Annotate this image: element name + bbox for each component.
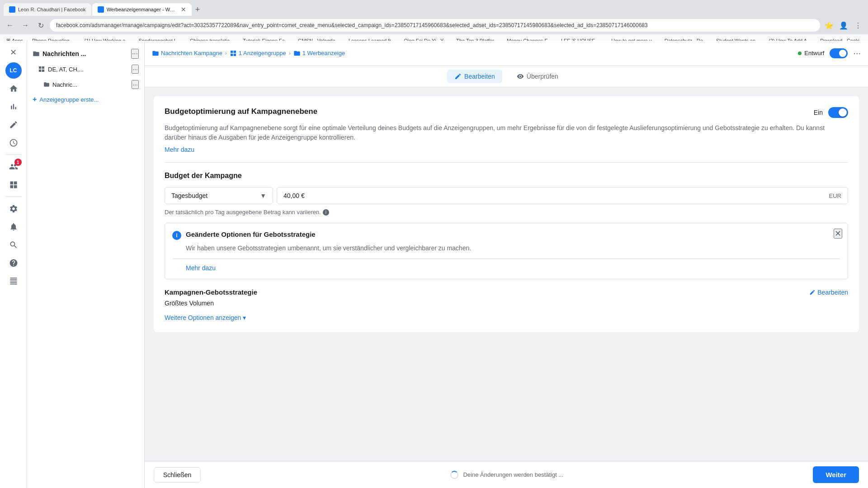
status-dot (798, 52, 802, 55)
url-bar[interactable]: facebook.com/adsmanager/manage/campaigns… (50, 19, 820, 32)
forward-button[interactable]: → (19, 19, 32, 32)
alert-container: i Geänderte Optionen für Gebotsstrategie… (165, 223, 848, 279)
add-label: Anzeigegruppe erste... (39, 96, 99, 103)
strategy-edit-label: Bearbeiten (817, 289, 848, 296)
url-text: facebook.com/adsmanager/manage/campaigns… (56, 22, 648, 28)
alert-box: i Geänderte Optionen für Gebotsstrategie… (165, 223, 848, 279)
more-options-container: Weitere Optionen anzeigen ▾ (165, 314, 848, 321)
settings-icon[interactable] (5, 201, 22, 217)
refresh-button[interactable]: ↻ (34, 19, 47, 32)
top-bar: Nachrichten Kampagne › 1 Anzeigengruppe … (145, 41, 868, 66)
tab-ads-manager[interactable]: Werbeanzeigenmanager - We... ✕ (92, 3, 192, 16)
people-icon[interactable]: 1 (5, 159, 22, 175)
alert-link[interactable]: Mehr dazu (186, 264, 216, 272)
panel-item-nachrichten-more[interactable]: ··· (132, 80, 139, 89)
budget-row: Tagesbudget ▼ 40,00 € EUR (165, 187, 848, 204)
breadcrumb-sep-1: › (225, 50, 227, 56)
close-panel-icon[interactable]: ✕ (5, 44, 22, 61)
main-content: Nachrichten Kampagne › 1 Anzeigengruppe … (145, 41, 868, 488)
action-bar: Bearbeiten Überprüfen (145, 66, 868, 87)
strategy-value: Größtes Volumen (165, 300, 848, 307)
help-icon[interactable] (5, 255, 22, 271)
breadcrumb-grid-icon (230, 50, 237, 57)
budget-hint-text: Der tatsächlich pro Tag ausgegebene Betr… (165, 209, 321, 216)
review-button[interactable]: Überprüfen (509, 70, 566, 83)
budget-hint: Der tatsächlich pro Tag ausgegebene Betr… (165, 209, 848, 216)
extensions-button[interactable]: ⭐ (823, 19, 835, 32)
back-button[interactable]: ← (4, 19, 16, 32)
tab-close-btn[interactable]: ✕ (181, 6, 186, 13)
strategy-header: Kampagnen-Gebotsstrategie Bearbeiten (165, 288, 848, 296)
table-nav-icon[interactable] (5, 273, 22, 289)
top-bar-more-button[interactable]: ··· (853, 48, 861, 58)
menu-button[interactable]: ⋮ (852, 19, 864, 32)
tab-facebook[interactable]: Leon R. Chaudhari | Facebook (4, 3, 91, 16)
strategy-section: Kampagnen-Gebotsstrategie Bearbeiten Grö… (165, 288, 848, 307)
budget-type-select[interactable]: Tagesbudget ▼ (165, 187, 273, 204)
breadcrumb-kampagne-label: Nachrichten Kampagne (161, 50, 222, 56)
pencil-icon[interactable] (5, 117, 22, 133)
panel-title-text: Nachrichten ... (42, 50, 86, 57)
tab-label-ads: Werbeanzeigenmanager - We... (107, 7, 176, 12)
home-icon[interactable] (5, 80, 22, 97)
alert-body: Wir haben unsere Gebotsstrategien umbena… (186, 244, 840, 253)
bell-icon[interactable] (5, 219, 22, 235)
panel-item-de-at-more[interactable]: ··· (132, 65, 139, 74)
review-icon (517, 73, 524, 80)
breadcrumb-kampagne[interactable]: Nachrichten Kampagne (152, 50, 222, 57)
folder-icon (33, 50, 40, 57)
panel-header: Nachrichten ... ··· (27, 46, 144, 61)
user-avatar[interactable]: LC (5, 62, 22, 79)
budget-amount-value: 40,00 € (283, 192, 305, 199)
breadcrumb-anzeigengruppe[interactable]: 1 Anzeigengruppe (230, 50, 286, 57)
clock-icon[interactable] (5, 135, 22, 151)
next-button[interactable]: Weiter (813, 466, 859, 483)
budget-section-title: Budget der Kampagne (165, 172, 848, 180)
info-icon[interactable]: i (323, 209, 329, 216)
campaign-toggle[interactable] (830, 48, 848, 58)
panel-item-de-at[interactable]: DE, AT, CH,... ··· (27, 61, 144, 77)
strategy-title: Kampagnen-Gebotsstrategie (165, 288, 257, 296)
currency-label: EUR (829, 192, 841, 199)
edit-btn-icon (454, 73, 462, 80)
bottom-bar: Schließen Deine Änderungen werden bestät… (145, 461, 868, 488)
saving-spinner (450, 471, 458, 479)
budget-optimization-title: Budgetoptimierung auf Kampagnenebene (165, 107, 317, 116)
add-anzeigengruppe[interactable]: + Anzeigegruppe erste... (27, 92, 144, 107)
search-nav-icon[interactable] (5, 237, 22, 253)
alert-divider (172, 258, 840, 259)
panel-item-nachrichten-label: Nachric... (52, 81, 77, 88)
budget-optimization-toggle[interactable] (828, 107, 848, 118)
avatar-initials: LC (10, 67, 17, 74)
strategy-edit-button[interactable]: Bearbeiten (809, 289, 848, 296)
tab-favicon-ads (98, 6, 104, 13)
panel-more-button[interactable]: ··· (131, 49, 139, 59)
chart-icon[interactable] (5, 99, 22, 115)
content-area: Budgetoptimierung auf Kampagnenebene Ein… (145, 87, 868, 461)
new-tab-button[interactable]: + (193, 5, 203, 14)
close-button[interactable]: Schließen (154, 467, 201, 483)
panel-item-nachrichten[interactable]: Nachric... ··· (27, 77, 144, 92)
budget-amount-input[interactable]: 40,00 € EUR (277, 187, 848, 204)
status-label: Entwurf (804, 50, 824, 56)
breadcrumb: Nachrichten Kampagne › 1 Anzeigengruppe … (152, 50, 345, 57)
alert-close-button[interactable]: ✕ (834, 229, 842, 239)
saving-label: Deine Änderungen werden bestätigt ... (463, 471, 563, 478)
toggle-label: Ein (814, 109, 823, 116)
grid-item-icon (38, 66, 45, 73)
breadcrumb-werbeanzeige[interactable]: 1 Werbeanzeige (293, 50, 345, 57)
budget-optimization-toggle-row: Ein (814, 107, 848, 118)
more-options-button[interactable]: Weitere Optionen anzeigen ▾ (165, 314, 246, 321)
toggle-switch[interactable] (830, 48, 848, 58)
budget-optimization-link[interactable]: Mehr dazu (165, 146, 194, 153)
breadcrumb-werbeanzeige-label: 1 Werbeanzeige (302, 50, 345, 56)
account-button[interactable]: 👤 (837, 19, 850, 32)
edit-button[interactable]: Bearbeiten (447, 70, 502, 83)
select-arrow-icon: ▼ (260, 192, 266, 199)
tab-label-facebook: Leon R. Chaudhari | Facebook (18, 7, 86, 12)
bottom-left: Schließen (154, 467, 201, 483)
breadcrumb-anzeigengruppe-label: 1 Anzeigengruppe (239, 50, 286, 56)
panel-item-de-at-label: DE, AT, CH,... (48, 66, 84, 73)
grid-view-icon[interactable] (5, 177, 22, 193)
top-bar-actions: Entwurf ··· (798, 48, 861, 58)
